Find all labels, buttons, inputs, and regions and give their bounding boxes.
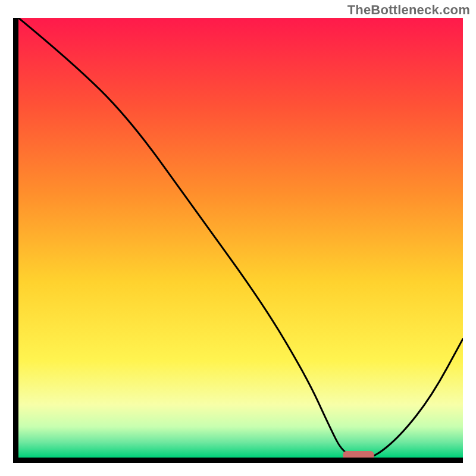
gradient-background [18, 18, 463, 458]
plot-area [18, 18, 463, 458]
chart-frame [13, 18, 463, 463]
chart-svg [18, 18, 463, 458]
x-axis-bar [13, 458, 463, 463]
y-axis-bar [13, 18, 18, 463]
optimal-marker [343, 451, 374, 458]
watermark-text: TheBottleneck.com [347, 2, 470, 18]
